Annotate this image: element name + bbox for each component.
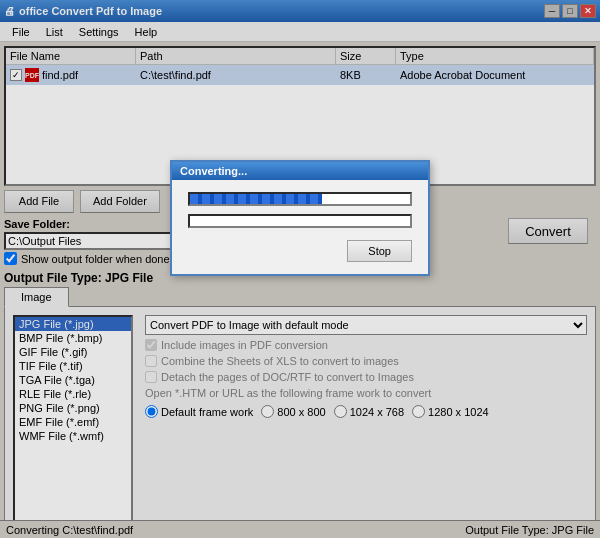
dialog-body: Stop (172, 180, 428, 274)
progress-bar-container (188, 192, 412, 206)
stop-button[interactable]: Stop (347, 240, 412, 262)
converting-dialog: Converting... Stop (170, 160, 430, 276)
dialog-title-text: Converting... (180, 165, 247, 177)
dialog-overlay: Converting... Stop (0, 0, 600, 538)
dialog-title-bar: Converting... (172, 162, 428, 180)
progress-secondary (188, 214, 412, 228)
progress-bar-fill (190, 194, 322, 204)
